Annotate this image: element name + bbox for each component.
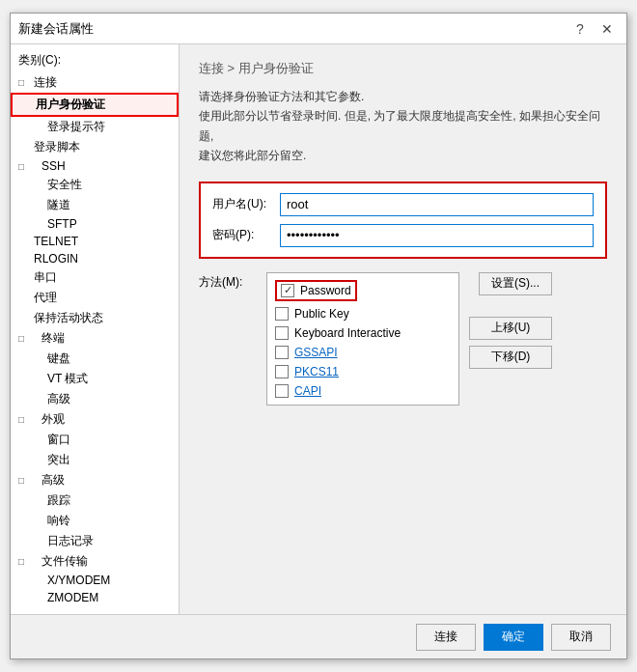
sidebar-item-tuchu[interactable]: 突出 — [11, 450, 179, 470]
dialog-title: 新建会话属性 — [18, 20, 94, 38]
sidebar-item-zmodem[interactable]: ZMODEM — [11, 589, 179, 606]
sidebar-item-label: SSH — [34, 159, 66, 173]
method-label: 方法(M): — [199, 272, 266, 291]
username-input[interactable] — [280, 193, 594, 216]
sidebar-item-label: 安全性 — [47, 177, 82, 193]
sidebar-item-vtmoshi[interactable]: VT 模式 — [11, 369, 179, 389]
checkbox-password[interactable]: ✓ — [281, 284, 294, 297]
sidebar-item-label: X/YMODEM — [47, 574, 110, 587]
sidebar-item-label: 代理 — [34, 290, 57, 306]
method-item-keyboard[interactable]: Keyboard Interactive — [267, 323, 458, 343]
sidebar-item-wenjian[interactable]: □ 文件传输 — [11, 551, 179, 572]
connect-button[interactable]: 连接 — [416, 624, 476, 651]
checkbox-pkcs11[interactable] — [275, 365, 289, 378]
dialog-window: 新建会话属性 ? ✕ 类别(C): □ 连接 用户身份验证 登录提示符 登录脚本 — [10, 13, 627, 659]
sidebar-item-ssh[interactable]: □ SSH — [11, 157, 179, 175]
sidebar-item-label: 保持活动状态 — [34, 310, 103, 326]
sidebar-item-label: 外观 — [34, 411, 65, 428]
password-row: 密码(P): — [212, 224, 594, 247]
password-input[interactable] — [280, 224, 594, 247]
checkbox-gssapi[interactable] — [275, 346, 289, 359]
help-button[interactable]: ? — [568, 18, 592, 40]
sidebar-item-label: 文件传输 — [34, 553, 88, 570]
method-text-keyboard: Keyboard Interactive — [294, 326, 401, 340]
sidebar-item-rlogin[interactable]: RLOGIN — [11, 250, 179, 267]
description: 请选择身份验证方法和其它参数. 使用此部分以节省登录时间. 但是, 为了最大限度… — [199, 87, 607, 166]
password-highlight-box: ✓ Password — [275, 280, 357, 301]
ok-button[interactable]: 确定 — [484, 624, 543, 651]
sidebar-item-label: 登录脚本 — [34, 139, 80, 155]
method-item-password[interactable]: ✓ Password — [267, 277, 458, 304]
sidebar-item-chuankou[interactable]: 串口 — [11, 267, 179, 288]
checkbox-keyboard[interactable] — [275, 326, 289, 340]
sidebar-item-baochi[interactable]: 保持活动状态 — [11, 308, 179, 328]
method-dropdown: ✓ Password Public Key — [266, 272, 459, 406]
sidebar-item-label: 高级 — [34, 472, 65, 489]
sidebar-item-label: TELNET — [34, 235, 78, 248]
sidebar-item-yonghu-shenfen[interactable]: 用户身份验证 — [11, 93, 179, 117]
sidebar-item-gaoji-terminal[interactable]: 高级 — [11, 389, 179, 409]
username-label: 用户名(U): — [212, 196, 280, 212]
main-content: 连接 > 用户身份验证 请选择身份验证方法和其它参数. 使用此部分以节省登录时间… — [180, 44, 626, 614]
sidebar-item-genzong[interactable]: 跟踪 — [11, 490, 179, 511]
desc-line2: 使用此部分以节省登录时间. 但是, 为了最大限度地提高安全性, 如果担心安全问题… — [199, 109, 600, 142]
method-item-publickey[interactable]: Public Key — [267, 304, 458, 323]
expand-icon: □ — [18, 333, 34, 344]
dialog-footer: 连接 确定 取消 — [11, 614, 626, 658]
sidebar-item-lian-jie[interactable]: □ 连接 — [11, 72, 179, 93]
sidebar-item-chuangkou[interactable]: 窗口 — [11, 430, 179, 450]
sidebar-item-label: 登录提示符 — [47, 119, 105, 135]
sidebar-item-suidao[interactable]: 隧道 — [11, 195, 179, 215]
sidebar-item-label: SFTP — [47, 217, 77, 231]
sidebar-item-gaoji[interactable]: □ 高级 — [11, 470, 179, 490]
method-text-publickey: Public Key — [294, 307, 349, 321]
up-button[interactable]: 上移(U) — [469, 317, 552, 340]
checkbox-publickey[interactable] — [275, 307, 289, 321]
down-button[interactable]: 下移(D) — [469, 346, 552, 369]
sidebar-item-label: 隧道 — [47, 197, 70, 213]
close-button[interactable]: ✕ — [595, 18, 619, 40]
sidebar-item-rizhi[interactable]: 日志记录 — [11, 531, 179, 551]
settings-button[interactable]: 设置(S)... — [479, 272, 552, 295]
cancel-button[interactable]: 取消 — [551, 624, 611, 651]
sidebar-item-lingsheng[interactable]: 响铃 — [11, 511, 179, 531]
sidebar-item-label: 突出 — [47, 452, 70, 468]
sidebar-item-waiguan[interactable]: □ 外观 — [11, 409, 179, 430]
expand-icon: □ — [18, 77, 34, 88]
sidebar-item-sftp[interactable]: SFTP — [11, 215, 179, 233]
credential-form: 用户名(U): 密码(P): — [199, 182, 607, 259]
sidebar-item-anquanxing[interactable]: 安全性 — [11, 175, 179, 195]
method-text-pkcs11: PKCS11 — [294, 365, 339, 378]
method-side-buttons: 设置(S)... 上移(U) 下移(D) — [469, 272, 552, 369]
method-item-gssapi[interactable]: GSSAPI — [267, 343, 458, 362]
username-row: 用户名(U): — [212, 193, 594, 216]
sidebar-item-label: 终端 — [34, 330, 65, 347]
sidebar-item-label: RLOGIN — [34, 252, 78, 266]
category-header: 类别(C): — [11, 48, 179, 72]
dialog-body: 类别(C): □ 连接 用户身份验证 登录提示符 登录脚本 □ SSH 安全性 — [11, 44, 626, 614]
sidebar-item-denglu-jiaoben[interactable]: 登录脚本 — [11, 137, 179, 157]
sidebar-item-label: 连接 — [34, 74, 57, 91]
method-text-capi: CAPI — [294, 384, 321, 398]
method-item-capi[interactable]: CAPI — [267, 381, 458, 401]
method-section: 方法(M): ✓ Password — [199, 272, 607, 406]
method-column: ✓ Password Public Key — [266, 272, 459, 406]
expand-icon: □ — [18, 414, 34, 425]
sidebar-item-jianpan[interactable]: 键盘 — [11, 349, 179, 369]
sidebar-item-denglu-tifufu[interactable]: 登录提示符 — [11, 117, 179, 137]
sidebar-item-daili[interactable]: 代理 — [11, 288, 179, 308]
sidebar-item-label: 日志记录 — [47, 533, 94, 549]
method-list-and-btns: ✓ Password Public Key — [266, 272, 552, 406]
expand-icon: □ — [18, 556, 34, 567]
sidebar-item-label: 串口 — [34, 269, 57, 286]
method-item-pkcs11[interactable]: PKCS11 — [267, 362, 458, 381]
sidebar-item-label: 高级 — [47, 391, 70, 407]
checkbox-capi[interactable] — [275, 384, 289, 398]
sidebar-item-zhongduan[interactable]: □ 终端 — [11, 328, 179, 349]
method-text-password: Password — [300, 284, 351, 297]
breadcrumb: 连接 > 用户身份验证 — [199, 60, 607, 77]
sidebar-item-label: 用户身份验证 — [36, 97, 105, 113]
sidebar-item-label: 跟踪 — [47, 492, 70, 509]
sidebar-item-telnet[interactable]: TELNET — [11, 233, 179, 250]
sidebar-item-xymodem[interactable]: X/YMODEM — [11, 572, 179, 589]
